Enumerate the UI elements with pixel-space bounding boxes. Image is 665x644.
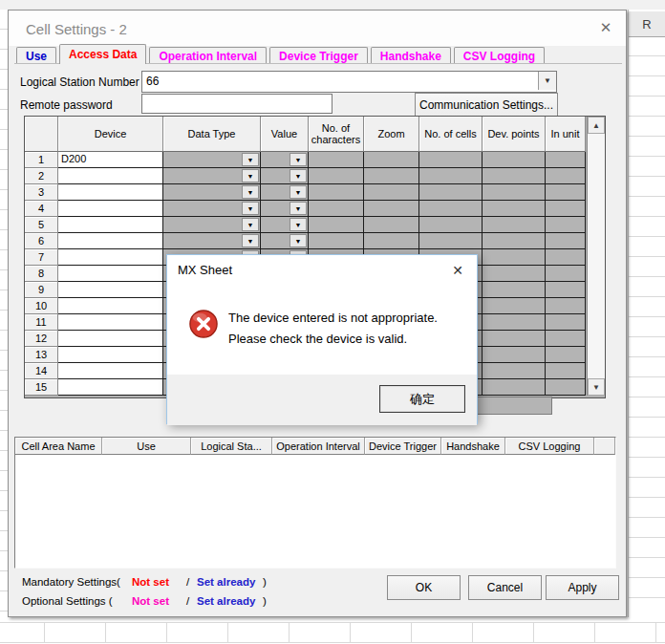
in-unit-cell (546, 249, 586, 266)
tab-bar: Use Access Data Operation Interval Devic… (16, 47, 545, 64)
dialog-titlebar[interactable]: Cell Settings - 2 ✕ (9, 11, 626, 46)
device-cell[interactable] (58, 249, 163, 266)
optional-settings-label: Optional Settings ( (22, 595, 113, 607)
row-number-cell[interactable]: 7 (25, 249, 58, 266)
device-cell[interactable] (58, 314, 163, 331)
vertical-scrollbar[interactable]: ▲ ▼ (587, 117, 605, 396)
in-unit-cell (546, 282, 586, 298)
confirm-button[interactable]: 确定 (379, 385, 465, 413)
dev-points-cell (483, 249, 546, 266)
scroll-up-icon[interactable]: ▲ (588, 117, 605, 134)
column-header: Device (58, 117, 163, 152)
apply-button[interactable]: Apply (546, 575, 619, 600)
device-cell[interactable] (58, 363, 163, 379)
row-number-cell[interactable]: 10 (25, 298, 58, 314)
scroll-down-icon[interactable]: ▼ (588, 378, 605, 396)
optional-set-already: Set already (197, 595, 255, 607)
row-number-cell[interactable]: 3 (25, 184, 58, 201)
characters-cell (309, 233, 364, 249)
device-cell[interactable] (58, 184, 163, 201)
cell-area-column-header[interactable]: Logical Sta... (191, 438, 272, 455)
dropdown-arrow-icon[interactable]: ▼ (290, 153, 307, 166)
row-number-cell[interactable]: 13 (25, 347, 58, 363)
in-unit-cell (546, 168, 586, 184)
value-cell: ▼ (261, 217, 309, 233)
tab-operation-interval[interactable]: Operation Interval (149, 47, 267, 64)
device-cell[interactable] (58, 331, 163, 347)
dropdown-arrow-icon[interactable]: ▼ (290, 234, 307, 247)
excel-column-header[interactable]: R (629, 11, 665, 37)
device-cell[interactable] (58, 347, 163, 363)
excel-rows (629, 36, 665, 617)
row-number-cell[interactable]: 12 (25, 331, 58, 347)
tab-device-trigger[interactable]: Device Trigger (269, 47, 368, 64)
tab-handshake[interactable]: Handshake (371, 47, 451, 64)
cancel-button[interactable]: Cancel (468, 575, 542, 600)
no-of-cells-cell (419, 168, 483, 184)
zoom-cell (364, 217, 419, 233)
mandatory-settings-label: Mandatory Settings( (22, 576, 120, 588)
dev-points-cell (483, 347, 546, 363)
dropdown-arrow-icon[interactable]: ▼ (242, 218, 259, 231)
device-cell[interactable] (58, 201, 163, 217)
row-number-cell[interactable]: 15 (25, 379, 58, 396)
device-cell[interactable] (58, 379, 163, 396)
tab-use[interactable]: Use (16, 47, 56, 64)
in-unit-cell (546, 331, 586, 347)
device-cell[interactable] (58, 282, 163, 298)
device-cell[interactable] (58, 168, 163, 184)
table-row: 6▼▼ (25, 233, 586, 249)
logical-station-combobox[interactable]: 66 ▼ (141, 71, 557, 93)
dropdown-arrow-icon[interactable]: ▼ (290, 185, 307, 199)
device-cell[interactable] (58, 233, 163, 249)
mandatory-not-set: Not set (132, 576, 169, 588)
row-number-cell[interactable]: 4 (25, 201, 58, 217)
dropdown-arrow-icon[interactable]: ▼ (242, 234, 259, 247)
remote-password-label: Remote password (20, 98, 113, 112)
close-icon[interactable]: ✕ (593, 17, 618, 38)
dropdown-arrow-icon[interactable]: ▼ (242, 202, 259, 215)
dropdown-arrow-icon[interactable]: ▼ (290, 218, 307, 231)
tab-access-data[interactable]: Access Data (59, 44, 146, 64)
row-number-cell[interactable]: 11 (25, 314, 58, 331)
row-number-cell[interactable]: 14 (25, 363, 58, 379)
dropdown-arrow-icon[interactable]: ▼ (290, 202, 307, 215)
remote-password-input[interactable] (141, 94, 332, 114)
dropdown-arrow-icon[interactable]: ▼ (242, 185, 259, 199)
dropdown-arrow-icon[interactable]: ▼ (242, 153, 259, 166)
in-unit-cell (546, 363, 586, 379)
row-number-cell[interactable]: 8 (25, 266, 58, 282)
row-number-cell[interactable]: 2 (25, 168, 58, 184)
device-cell[interactable] (58, 298, 163, 314)
device-points-total: 0 (466, 397, 552, 415)
communication-settings-button[interactable]: Communication Settings... (415, 93, 558, 117)
zoom-cell (364, 233, 419, 249)
tab-csv-logging[interactable]: CSV Logging (454, 47, 545, 64)
dev-points-cell (483, 379, 546, 396)
cell-area-column-header[interactable]: CSV Logging (505, 438, 594, 455)
no-of-cells-cell (419, 233, 483, 249)
cell-area-column-header[interactable]: Handshake (441, 438, 505, 455)
column-header: Data Type (163, 117, 261, 152)
in-unit-cell (546, 152, 586, 168)
row-number-cell[interactable]: 9 (25, 282, 58, 298)
value-cell: ▼ (261, 152, 309, 168)
close-icon[interactable]: ✕ (446, 260, 469, 281)
dropdown-arrow-icon[interactable]: ▼ (242, 169, 259, 182)
device-cell[interactable] (58, 217, 163, 233)
row-number-cell[interactable]: 1 (25, 152, 58, 168)
column-header: No. of cells (419, 117, 483, 152)
cell-area-column-header[interactable]: Cell Area Name (15, 438, 102, 455)
zoom-cell (364, 152, 419, 168)
device-cell[interactable]: D200 (58, 152, 163, 168)
ok-button[interactable]: OK (387, 575, 461, 600)
device-cell[interactable] (58, 266, 163, 282)
row-number-cell[interactable]: 5 (25, 217, 58, 233)
dropdown-arrow-icon[interactable]: ▼ (290, 169, 307, 182)
row-number-cell[interactable]: 6 (25, 233, 58, 249)
chevron-down-icon[interactable]: ▼ (538, 72, 556, 90)
cell-area-column-header[interactable]: Device Trigger (365, 438, 441, 455)
dev-points-cell (483, 217, 546, 233)
cell-area-column-header[interactable]: Operation Interval (272, 438, 365, 455)
cell-area-column-header[interactable]: Use (102, 438, 191, 455)
